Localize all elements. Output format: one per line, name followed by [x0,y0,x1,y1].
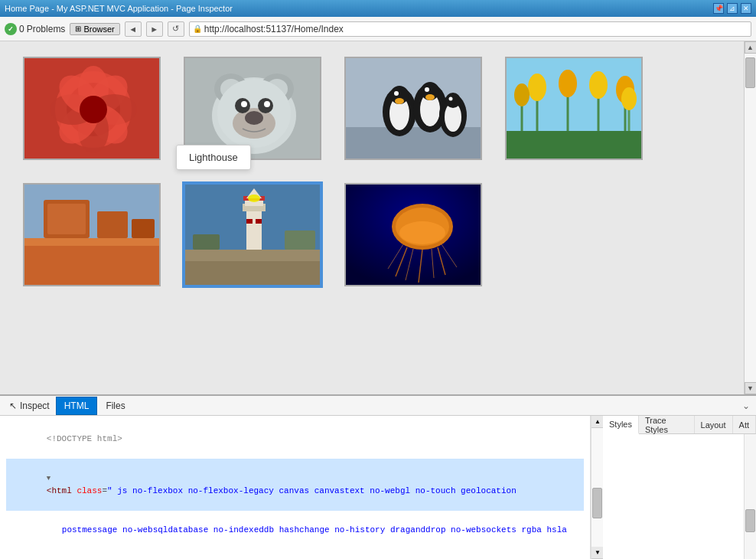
image-grid-row1 [23,57,721,160]
browser-viewport: Lighthouse [0,41,756,394]
svg-rect-73 [285,230,315,250]
svg-point-40 [449,97,453,101]
pin2-btn[interactable]: ⊿ [727,3,738,14]
svg-point-72 [248,195,260,202]
address-icon: 🔒 [193,25,202,33]
page-content: Lighthouse [0,41,744,394]
html-tree-panel[interactable]: <!DOCTYPE html> ▼ <html class=" js no-fl… [0,416,591,559]
svg-rect-60 [97,211,128,238]
inspect-cursor-icon: ↖ [9,400,17,411]
svg-point-31 [395,98,404,104]
inspector-scroll-thumb[interactable] [592,488,602,518]
problems-icon: ✓ [5,23,17,35]
inspector-tabs-bar: ↖ Inspect HTML Files ⌄ [0,396,756,416]
empty-cell [505,183,643,286]
problems-area: ✓ 0 Problems [5,23,65,35]
pin-btn[interactable]: 📌 [713,3,724,14]
scroll-down-btn[interactable]: ▼ [745,382,757,394]
svg-rect-65 [246,208,262,250]
svg-point-22 [241,101,247,107]
browser-icon: ⊞ [75,25,81,33]
svg-point-11 [80,96,107,123]
inspector-scroll-track[interactable] [591,428,603,547]
tooltip-box: Lighthouse [176,145,251,170]
nav-back-button[interactable]: ◄ [125,21,142,37]
tab-styles[interactable]: Styles [603,416,639,434]
inspect-label: Inspect [20,400,50,411]
nav-refresh-button[interactable]: ↺ [168,21,184,37]
svg-point-48 [589,71,608,99]
svg-rect-74 [193,234,220,250]
image-flower [23,57,161,160]
svg-point-23 [264,101,270,107]
right-panel-content [603,434,756,559]
toolbar: ✓ 0 Problems ⊞ Browser ◄ ► ↺ 🔒 [0,17,756,41]
svg-rect-69 [246,219,253,224]
svg-point-24 [245,111,263,125]
tab-layout[interactable]: Layout [695,416,733,433]
address-bar-container: 🔒 [189,21,751,37]
inspect-button[interactable]: ↖ Inspect [3,398,56,414]
scroll-thumb[interactable] [745,57,755,88]
svg-point-54 [621,87,637,110]
inspector-body: <!DOCTYPE html> ▼ <html class=" js no-fl… [0,416,756,559]
nav-forward-button[interactable]: ► [146,21,163,37]
image-lighthouse [184,183,321,286]
svg-rect-59 [47,204,86,234]
svg-rect-42 [507,131,643,160]
html-line-doctype: <!DOCTYPE html> [6,419,584,459]
svg-point-46 [559,70,577,97]
window-controls: 📌 ⊿ ✕ [713,3,751,14]
svg-point-36 [425,94,435,100]
html-line-html[interactable]: ▼ <html class=" js no-flexbox no-flexbox… [6,459,584,511]
svg-rect-64 [185,250,321,261]
svg-point-52 [514,83,530,106]
svg-point-30 [394,91,399,96]
right-panel-scrollbar[interactable] [744,434,756,559]
image-desert [23,183,161,286]
problems-label: Problems [27,24,66,34]
title-bar: Home Page - My ASP.NET MVC Application -… [0,0,756,17]
browser-label: Browser [83,25,114,34]
svg-point-44 [528,74,546,101]
address-bar[interactable] [204,24,748,34]
svg-rect-61 [132,219,155,238]
tab-att[interactable]: Att [733,416,756,433]
problems-count: 0 [19,24,24,34]
tooltip-text: Lighthouse [189,152,238,163]
html-line-html-class3: multiplebgs backgroundsize no-borderimag… [6,550,584,559]
tab-trace-styles[interactable]: Trace Styles [639,416,695,433]
viewport-scrollbar[interactable]: ▲ ▼ [744,41,756,394]
scroll-track[interactable] [745,54,756,382]
collapse-triangle[interactable]: ▼ [47,475,51,482]
right-panel-tabs: Styles Trace Styles Layout Att [603,416,756,434]
svg-point-79 [399,221,445,244]
image-jellyfish [344,183,482,286]
image-grid-row2: Lighthouse [23,183,721,286]
inspector-panel: ↖ Inspect HTML Files ⌄ <!DOCTYPE html> ▼… [0,394,756,559]
image-penguins [344,57,482,160]
image-tulips [505,57,643,160]
browser-button[interactable]: ⊞ Browser [70,23,119,35]
tab-files[interactable]: Files [97,397,133,415]
inspector-scroll-up[interactable]: ▲ [591,416,604,428]
close-btn[interactable]: ✕ [741,3,751,14]
svg-point-39 [445,93,461,108]
html-line-html-class2: postmessage no-websqldatabase no-indexed… [6,511,584,551]
svg-point-35 [425,87,429,92]
scroll-up-btn[interactable]: ▲ [745,41,757,54]
right-scroll-thumb[interactable] [745,509,755,532]
tab-html[interactable]: HTML [56,397,98,415]
right-panel: Styles Trace Styles Layout Att [603,416,756,559]
inspector-scrollbar[interactable]: ▲ ▼ [591,416,603,559]
inspector-scroll-down[interactable]: ▼ [591,547,604,559]
svg-rect-57 [24,238,161,246]
expand-icon[interactable]: ⌄ [739,397,753,414]
svg-rect-70 [256,219,262,224]
window-title: Home Page - My ASP.NET MVC Application -… [5,4,233,13]
